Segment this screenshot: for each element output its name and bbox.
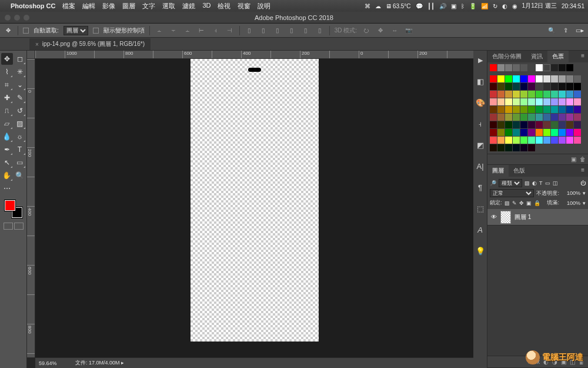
swatch[interactable] (505, 64, 512, 71)
swatch[interactable] (505, 106, 512, 113)
swatch[interactable] (559, 129, 566, 136)
panel-menu-icon[interactable]: ≡ (577, 51, 588, 62)
swatch[interactable] (536, 83, 543, 90)
swatch[interactable] (536, 75, 543, 82)
close-window-icon[interactable] (5, 15, 11, 21)
swatch[interactable] (520, 114, 527, 121)
swatch[interactable] (574, 83, 581, 90)
swatch[interactable] (528, 91, 535, 98)
swatch[interactable] (497, 75, 505, 82)
swatch[interactable] (513, 98, 520, 105)
swatch[interactable] (528, 144, 535, 151)
swatch[interactable] (505, 98, 512, 105)
dist-vcenter-icon[interactable]: ▯ (259, 26, 268, 35)
swatch[interactable] (513, 114, 520, 121)
align-hcenter-icon[interactable]: ⫞ (211, 26, 220, 35)
swatch[interactable] (574, 98, 581, 105)
pen-tool[interactable]: ✒ (1, 144, 13, 155)
quick-mask-toggle[interactable] (4, 223, 24, 230)
menu-select[interactable]: 選取 (162, 2, 175, 11)
canvas-stage[interactable] (35, 59, 473, 357)
align-bottom-icon[interactable]: ⫠ (183, 26, 192, 35)
swatch[interactable] (520, 144, 527, 151)
swatch[interactable] (497, 137, 505, 144)
swatch[interactable] (536, 129, 543, 136)
swatch[interactable] (559, 98, 566, 105)
swatch[interactable] (536, 121, 543, 128)
zoom-tool[interactable]: 🔍 (14, 170, 26, 181)
status-sync-icon[interactable]: ↻ (493, 3, 497, 9)
adjustments-panel-icon[interactable]: ⫞ (475, 118, 486, 130)
eraser-tool[interactable]: ▱ (1, 118, 13, 130)
dist-bottom-icon[interactable]: ▯ (273, 26, 282, 35)
link-layers-icon[interactable]: ⨝ (528, 359, 532, 365)
delete-swatch-icon[interactable]: 🗑 (580, 156, 586, 163)
swatch[interactable] (528, 106, 535, 113)
dodge-tool[interactable]: ☼ (14, 131, 26, 142)
search-icon[interactable]: 🔍 (547, 26, 556, 35)
paragraph-panel-icon[interactable]: ¶ (475, 181, 486, 193)
swatch[interactable] (520, 75, 527, 82)
crop-tool[interactable]: ⌗ (1, 79, 13, 91)
swatch[interactable] (543, 137, 550, 144)
ruler-horizontal[interactable]: 1000800600400200020040060080010001200140… (35, 51, 473, 59)
swatch[interactable] (551, 91, 558, 98)
swatch[interactable] (528, 75, 535, 82)
menu-window[interactable]: 視窗 (238, 2, 250, 11)
menu-file[interactable]: 檔案 (62, 2, 75, 11)
learn-panel-icon[interactable]: 💡 (475, 245, 486, 257)
move-tool[interactable]: ✥ (1, 53, 13, 65)
swatch[interactable] (543, 75, 550, 82)
swatch[interactable] (566, 121, 573, 128)
swatch[interactable] (497, 144, 505, 151)
swatch[interactable] (513, 64, 520, 71)
swatch[interactable] (490, 137, 497, 144)
swatch[interactable] (543, 106, 550, 113)
swatch[interactable] (559, 91, 566, 98)
swatch[interactable] (490, 144, 497, 151)
dist-right-icon[interactable]: ▯ (315, 26, 325, 35)
glyphs-panel-icon[interactable]: A (475, 224, 486, 236)
swatch[interactable] (528, 83, 535, 90)
status-cloud-icon[interactable]: ☁ (375, 3, 381, 9)
swatch[interactable] (497, 91, 505, 98)
align-left-icon[interactable]: ⊢ (197, 26, 206, 35)
swatch[interactable] (559, 75, 566, 82)
doc-info[interactable]: 文件: 17.0M/4.00M ▸ (75, 359, 124, 367)
stamp-tool[interactable]: ⎍ (1, 105, 13, 117)
status-volume-icon[interactable]: 🔊 (439, 3, 446, 9)
tab-swatches[interactable]: 色票 (547, 51, 569, 62)
swatch[interactable] (543, 98, 550, 105)
gradient-tool[interactable]: ▨ (14, 118, 26, 130)
swatch[interactable] (505, 114, 512, 121)
menu-filter[interactable]: 濾鏡 (182, 2, 195, 11)
swatch[interactable] (551, 83, 558, 90)
share-icon[interactable]: ⇪ (561, 26, 570, 35)
swatch[interactable] (566, 83, 573, 90)
swatch[interactable] (490, 75, 497, 82)
auto-select-dropdown[interactable]: 圖層 (64, 26, 88, 35)
blend-mode-dropdown[interactable]: 正常 (490, 189, 534, 197)
swatch[interactable] (536, 64, 543, 71)
swatch[interactable] (520, 91, 527, 98)
swatch[interactable] (490, 129, 497, 136)
swatch[interactable] (574, 137, 581, 144)
edit-toolbar[interactable]: ⋯ (1, 183, 13, 194)
swatch[interactable] (497, 98, 505, 105)
close-tab-icon[interactable]: × (35, 41, 39, 48)
hand-tool[interactable]: ✋ (1, 170, 13, 181)
dist-left-icon[interactable]: ▯ (287, 26, 296, 35)
status-date[interactable]: 1月12日 週三 (522, 2, 557, 10)
threed-camera-icon[interactable]: 📷 (404, 26, 413, 35)
filter-adjust-icon[interactable]: ◐ (532, 180, 537, 186)
swatch[interactable] (559, 137, 566, 144)
filter-smart-icon[interactable]: ◫ (553, 180, 558, 186)
actions-play-icon[interactable]: ▶ (475, 54, 486, 66)
status-bluetooth-icon[interactable]: ᛒ (461, 3, 465, 9)
align-top-icon[interactable]: ⫠ (155, 26, 164, 35)
swatch[interactable] (543, 83, 550, 90)
filter-toggle-icon[interactable]: ⏻ (580, 180, 586, 186)
swatch[interactable] (551, 98, 558, 105)
menu-help[interactable]: 說明 (258, 2, 270, 11)
menu-3d[interactable]: 3D (202, 2, 211, 11)
